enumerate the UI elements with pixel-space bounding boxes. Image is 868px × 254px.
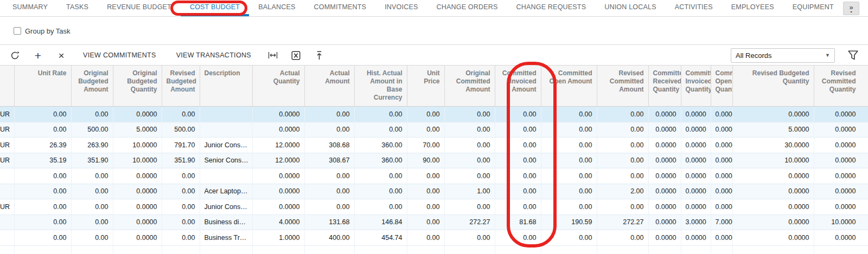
tab-commitments[interactable]: COMMITMENTS — [305, 0, 376, 16]
table-cell[interactable]: 26.39 — [14, 138, 71, 153]
table-cell[interactable]: 0.0000 — [648, 214, 681, 230]
column-header-hist_actual_amount[interactable]: Hist. Actual Amount in Base Currency — [354, 66, 407, 107]
table-cell[interactable]: UR — [0, 199, 14, 215]
table-cell[interactable]: Business Tr… — [200, 230, 252, 246]
column-header-description[interactable]: Description — [200, 66, 252, 107]
records-filter-select[interactable]: All Records ▼ — [731, 48, 835, 63]
table-cell[interactable]: Junior Cons… — [200, 199, 252, 215]
table-cell[interactable]: 0.00 — [597, 168, 648, 184]
table-cell[interactable]: 0.0000 — [681, 122, 711, 138]
table-cell[interactable]: 0.00 — [354, 122, 407, 138]
column-header-rev_budg_qty[interactable]: Revised Budgeted Quantity — [732, 66, 814, 107]
table-cell[interactable]: 0.00 — [407, 107, 444, 122]
table-cell[interactable]: 0.00 — [495, 138, 541, 153]
table-cell[interactable]: 0.00 — [444, 230, 495, 246]
table-cell[interactable]: 500.00 — [162, 122, 200, 138]
table-cell[interactable]: 0.00 — [444, 168, 495, 184]
table-cell[interactable]: 0.00 — [71, 168, 113, 184]
table-cell[interactable]: 0.00 — [495, 153, 541, 168]
table-cell[interactable]: 0.00 — [71, 214, 113, 230]
add-row-button[interactable]: + — [30, 47, 46, 63]
table-cell[interactable]: 0.00 — [14, 199, 71, 215]
table-cell[interactable]: 0.00 — [407, 199, 444, 215]
tab-cost-budget[interactable]: COST BUDGET — [181, 0, 249, 16]
table-cell[interactable]: 0.0000 — [648, 122, 681, 138]
column-header-orig_budg_amount[interactable]: Original Budgeted Amount — [71, 66, 113, 107]
table-cell[interactable]: 0.0000 — [711, 138, 732, 153]
table-cell[interactable]: 351.90 — [162, 153, 200, 168]
filter-settings-button[interactable] — [847, 49, 859, 61]
table-cell[interactable]: 0.00 — [14, 122, 71, 138]
table-cell[interactable]: 351.90 — [71, 153, 113, 168]
table-cell[interactable]: 10.0000 — [113, 138, 162, 153]
table-row[interactable]: 0.000.000.00000.000.00000.000.000.000.00… — [0, 168, 868, 184]
table-cell[interactable]: 0.0000 — [711, 184, 732, 199]
table-cell[interactable]: 400.00 — [304, 230, 354, 246]
table-cell[interactable]: 0.00 — [541, 138, 597, 153]
table-cell[interactable]: 0.00 — [541, 168, 597, 184]
column-header-rev_comm_qty[interactable]: Revised Committed Quantity — [814, 66, 868, 107]
tab-employees[interactable]: EMPLOYEES — [722, 0, 783, 16]
table-cell[interactable]: 0.0000 — [681, 184, 711, 199]
table-cell[interactable] — [0, 214, 14, 230]
table-cell[interactable]: 0.00 — [14, 230, 71, 246]
column-header-orig_comm_amount[interactable]: Original Committed Amount — [444, 66, 495, 107]
table-cell[interactable]: 0.00 — [541, 184, 597, 199]
table-cell[interactable]: Junior Cons… — [200, 138, 252, 153]
column-header-comm_open_qty[interactable]: Committed Open Quantity — [711, 66, 732, 107]
table-cell[interactable]: 0.0000 — [814, 184, 868, 199]
table-cell[interactable]: 1.0000 — [252, 230, 304, 246]
tab-revenue-budget[interactable]: REVENUE BUDGET — [98, 0, 181, 16]
table-cell[interactable]: 0.0000 — [732, 214, 814, 230]
tab-change-requests[interactable]: CHANGE REQUESTS — [507, 0, 596, 16]
table-cell[interactable]: 1.00 — [444, 184, 495, 199]
tab-balances[interactable]: BALANCES — [249, 0, 304, 16]
group-by-task-checkbox[interactable] — [14, 27, 21, 35]
table-cell[interactable]: 0.00 — [407, 230, 444, 246]
table-cell[interactable]: 0.00 — [495, 122, 541, 138]
table-cell[interactable]: 0.00 — [304, 168, 354, 184]
table-cell[interactable]: 2.00 — [597, 184, 648, 199]
table-cell[interactable]: 0.00 — [304, 184, 354, 199]
table-cell[interactable]: 263.90 — [71, 138, 113, 153]
table-cell[interactable]: 5.0000 — [113, 122, 162, 138]
table-cell[interactable]: UR — [0, 138, 14, 153]
table-cell[interactable] — [0, 168, 14, 184]
table-cell[interactable]: 35.19 — [14, 153, 71, 168]
tab-summary[interactable]: SUMMARY — [3, 0, 57, 16]
table-cell[interactable]: 0.0000 — [732, 184, 814, 199]
table-cell[interactable]: 0.0000 — [681, 199, 711, 215]
table-cell[interactable]: 0.0000 — [648, 153, 681, 168]
table-cell[interactable]: 10.0000 — [814, 214, 868, 230]
tab-invoices[interactable]: INVOICES — [375, 0, 427, 16]
column-header-comm_inv_amount[interactable]: Committed Invoiced Amount — [495, 66, 541, 107]
column-header-comm_recv_qty[interactable]: Committed Received Quantity — [648, 66, 681, 107]
table-cell[interactable]: 0.0000 — [732, 230, 814, 246]
table-cell[interactable]: 0.00 — [304, 199, 354, 215]
table-cell[interactable]: 0.0000 — [113, 214, 162, 230]
table-cell[interactable]: 0.00 — [444, 199, 495, 215]
table-cell[interactable]: 0.0000 — [732, 168, 814, 184]
table-cell[interactable]: 0.00 — [162, 107, 200, 122]
table-cell[interactable]: 0.0000 — [814, 168, 868, 184]
column-header-orig_budg_qty[interactable]: Original Budgeted Quantity — [113, 66, 162, 107]
table-row[interactable]: UR0.000.000.00000.000.00000.000.000.000.… — [0, 107, 868, 122]
table-cell[interactable]: 90.00 — [407, 153, 444, 168]
table-cell[interactable]: 0.0000 — [681, 107, 711, 122]
table-cell[interactable]: 0.0000 — [648, 107, 681, 122]
table-cell[interactable]: 0.00 — [71, 230, 113, 246]
table-cell[interactable]: 0.00 — [14, 107, 71, 122]
table-cell[interactable]: 0.00 — [541, 107, 597, 122]
table-cell[interactable]: 0.0000 — [252, 107, 304, 122]
table-cell[interactable]: 0.0000 — [814, 230, 868, 246]
table-cell[interactable]: 0.00 — [541, 199, 597, 215]
table-row[interactable]: 0.000.000.00000.00Business di…4.0000131.… — [0, 214, 868, 230]
table-cell[interactable]: 0.0000 — [113, 107, 162, 122]
table-cell[interactable]: 0.00 — [495, 184, 541, 199]
table-cell[interactable]: 0.00 — [495, 230, 541, 246]
table-cell[interactable]: 0.0000 — [814, 153, 868, 168]
table-row[interactable]: 0.000.000.00000.00Acer Laptop…0.00000.00… — [0, 184, 868, 199]
table-cell[interactable]: 0.0000 — [711, 230, 732, 246]
column-header-rev_comm_amount[interactable]: Revised Committed Amount — [597, 66, 648, 107]
view-commitments-button[interactable]: VIEW COMMITMENTS — [76, 47, 163, 63]
